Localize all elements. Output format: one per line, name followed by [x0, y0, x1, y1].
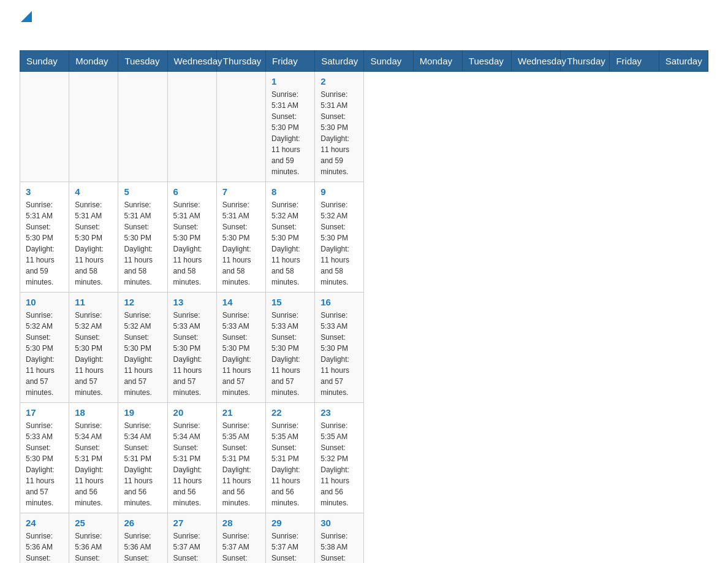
day-number: 3 — [26, 186, 63, 197]
day-cell: 26Sunrise: 5:36 AM Sunset: 5:32 PM Dayli… — [118, 513, 167, 564]
header-wednesday: Wednesday — [167, 51, 216, 72]
day-cell: 7Sunrise: 5:31 AM Sunset: 5:30 PM Daylig… — [216, 182, 265, 293]
col-header-sunday: Sunday — [364, 51, 413, 72]
day-info: Sunrise: 5:31 AM Sunset: 5:30 PM Dayligh… — [320, 89, 358, 177]
week-row-5: 24Sunrise: 5:36 AM Sunset: 5:32 PM Dayli… — [20, 513, 708, 564]
day-cell: 19Sunrise: 5:34 AM Sunset: 5:31 PM Dayli… — [118, 403, 167, 513]
week-row-4: 17Sunrise: 5:33 AM Sunset: 5:30 PM Dayli… — [20, 403, 708, 513]
day-cell: 21Sunrise: 5:35 AM Sunset: 5:31 PM Dayli… — [216, 403, 265, 513]
day-cell: 4Sunrise: 5:31 AM Sunset: 5:30 PM Daylig… — [69, 182, 118, 293]
day-cell — [167, 72, 216, 182]
day-number: 21 — [222, 407, 260, 418]
day-cell — [118, 72, 167, 182]
week-row-1: 1Sunrise: 5:31 AM Sunset: 5:30 PM Daylig… — [20, 72, 708, 182]
day-number: 10 — [26, 297, 63, 307]
day-info: Sunrise: 5:37 AM Sunset: 5:33 PM Dayligh… — [271, 530, 309, 563]
day-cell: 14Sunrise: 5:33 AM Sunset: 5:30 PM Dayli… — [216, 293, 265, 403]
day-cell: 24Sunrise: 5:36 AM Sunset: 5:32 PM Dayli… — [20, 513, 69, 564]
day-cell: 15Sunrise: 5:33 AM Sunset: 5:30 PM Dayli… — [266, 293, 315, 403]
day-cell: 20Sunrise: 5:34 AM Sunset: 5:31 PM Dayli… — [167, 403, 216, 513]
day-cell: 16Sunrise: 5:33 AM Sunset: 5:30 PM Dayli… — [315, 293, 364, 403]
day-number: 13 — [173, 297, 211, 307]
day-cell: 10Sunrise: 5:32 AM Sunset: 5:30 PM Dayli… — [20, 293, 69, 403]
day-info: Sunrise: 5:33 AM Sunset: 5:30 PM Dayligh… — [222, 310, 260, 398]
day-info: Sunrise: 5:35 AM Sunset: 5:31 PM Dayligh… — [271, 420, 309, 508]
day-cell: 25Sunrise: 5:36 AM Sunset: 5:32 PM Dayli… — [69, 513, 118, 564]
day-cell: 22Sunrise: 5:35 AM Sunset: 5:31 PM Dayli… — [266, 403, 315, 513]
day-number: 23 — [320, 407, 358, 418]
day-number: 26 — [124, 518, 161, 528]
day-cell: 17Sunrise: 5:33 AM Sunset: 5:30 PM Dayli… — [20, 403, 69, 513]
col-header-monday: Monday — [413, 51, 462, 72]
day-number: 4 — [75, 186, 112, 197]
day-number: 7 — [222, 186, 260, 197]
day-cell: 27Sunrise: 5:37 AM Sunset: 5:33 PM Dayli… — [167, 513, 216, 564]
day-number: 9 — [320, 186, 358, 197]
day-info: Sunrise: 5:36 AM Sunset: 5:32 PM Dayligh… — [26, 530, 63, 563]
day-cell — [20, 72, 69, 182]
day-info: Sunrise: 5:38 AM Sunset: 5:34 PM Dayligh… — [320, 530, 358, 563]
day-number: 30 — [320, 518, 358, 528]
day-cell: 23Sunrise: 5:35 AM Sunset: 5:32 PM Dayli… — [315, 403, 364, 513]
day-cell: 5Sunrise: 5:31 AM Sunset: 5:30 PM Daylig… — [118, 182, 167, 293]
day-number: 28 — [222, 518, 260, 528]
day-info: Sunrise: 5:37 AM Sunset: 5:33 PM Dayligh… — [222, 530, 260, 563]
day-number: 22 — [271, 407, 309, 418]
day-number: 19 — [124, 407, 161, 418]
day-cell: 30Sunrise: 5:38 AM Sunset: 5:34 PM Dayli… — [315, 513, 364, 564]
logo-triangle-icon — [21, 11, 32, 22]
week-row-3: 10Sunrise: 5:32 AM Sunset: 5:30 PM Dayli… — [20, 293, 708, 403]
day-info: Sunrise: 5:33 AM Sunset: 5:30 PM Dayligh… — [320, 310, 358, 398]
header-monday: Monday — [69, 51, 118, 72]
day-info: Sunrise: 5:31 AM Sunset: 5:30 PM Dayligh… — [75, 199, 112, 288]
day-number: 15 — [271, 297, 309, 307]
day-number: 27 — [173, 518, 211, 528]
svg-marker-0 — [21, 11, 32, 22]
day-cell: 3Sunrise: 5:31 AM Sunset: 5:30 PM Daylig… — [20, 182, 69, 293]
day-info: Sunrise: 5:35 AM Sunset: 5:31 PM Dayligh… — [222, 420, 260, 508]
day-info: Sunrise: 5:36 AM Sunset: 5:32 PM Dayligh… — [124, 530, 161, 563]
day-info: Sunrise: 5:34 AM Sunset: 5:31 PM Dayligh… — [173, 420, 211, 508]
col-header-saturday: Saturday — [659, 51, 708, 72]
day-cell: 12Sunrise: 5:32 AM Sunset: 5:30 PM Dayli… — [118, 293, 167, 403]
day-info: Sunrise: 5:32 AM Sunset: 5:30 PM Dayligh… — [124, 310, 161, 398]
day-info: Sunrise: 5:32 AM Sunset: 5:30 PM Dayligh… — [320, 199, 358, 288]
week-row-2: 3Sunrise: 5:31 AM Sunset: 5:30 PM Daylig… — [20, 182, 708, 293]
col-header-tuesday: Tuesday — [462, 51, 511, 72]
day-info: Sunrise: 5:31 AM Sunset: 5:30 PM Dayligh… — [173, 199, 211, 288]
day-info: Sunrise: 5:31 AM Sunset: 5:30 PM Dayligh… — [222, 199, 260, 288]
day-number: 20 — [173, 407, 211, 418]
day-cell: 9Sunrise: 5:32 AM Sunset: 5:30 PM Daylig… — [315, 182, 364, 293]
day-number: 2 — [320, 76, 358, 86]
header-friday: Friday — [266, 51, 315, 72]
logo — [20, 15, 32, 39]
day-cell: 13Sunrise: 5:33 AM Sunset: 5:30 PM Dayli… — [167, 293, 216, 403]
day-cell: 11Sunrise: 5:32 AM Sunset: 5:30 PM Dayli… — [69, 293, 118, 403]
day-info: Sunrise: 5:33 AM Sunset: 5:30 PM Dayligh… — [271, 310, 309, 398]
day-cell: 8Sunrise: 5:32 AM Sunset: 5:30 PM Daylig… — [266, 182, 315, 293]
day-info: Sunrise: 5:36 AM Sunset: 5:32 PM Dayligh… — [75, 530, 112, 563]
day-number: 12 — [124, 297, 161, 307]
col-header-friday: Friday — [610, 51, 659, 72]
day-info: Sunrise: 5:32 AM Sunset: 5:30 PM Dayligh… — [26, 310, 63, 398]
day-number: 25 — [75, 518, 112, 528]
day-cell — [216, 72, 265, 182]
day-number: 6 — [173, 186, 211, 197]
day-info: Sunrise: 5:37 AM Sunset: 5:33 PM Dayligh… — [173, 530, 211, 563]
col-header-thursday: Thursday — [561, 51, 610, 72]
day-number: 1 — [271, 76, 309, 86]
day-info: Sunrise: 5:33 AM Sunset: 5:30 PM Dayligh… — [26, 420, 63, 508]
day-number: 17 — [26, 407, 63, 418]
header-saturday: Saturday — [315, 51, 364, 72]
day-info: Sunrise: 5:33 AM Sunset: 5:30 PM Dayligh… — [173, 310, 211, 398]
day-cell: 29Sunrise: 5:37 AM Sunset: 5:33 PM Dayli… — [266, 513, 315, 564]
day-cell — [69, 72, 118, 182]
day-info: Sunrise: 5:31 AM Sunset: 5:30 PM Dayligh… — [124, 199, 161, 288]
day-info: Sunrise: 5:32 AM Sunset: 5:30 PM Dayligh… — [75, 310, 112, 398]
day-cell: 2Sunrise: 5:31 AM Sunset: 5:30 PM Daylig… — [315, 72, 364, 182]
day-info: Sunrise: 5:34 AM Sunset: 5:31 PM Dayligh… — [124, 420, 161, 508]
day-cell: 18Sunrise: 5:34 AM Sunset: 5:31 PM Dayli… — [69, 403, 118, 513]
day-number: 24 — [26, 518, 63, 528]
day-number: 18 — [75, 407, 112, 418]
day-cell: 6Sunrise: 5:31 AM Sunset: 5:30 PM Daylig… — [167, 182, 216, 293]
